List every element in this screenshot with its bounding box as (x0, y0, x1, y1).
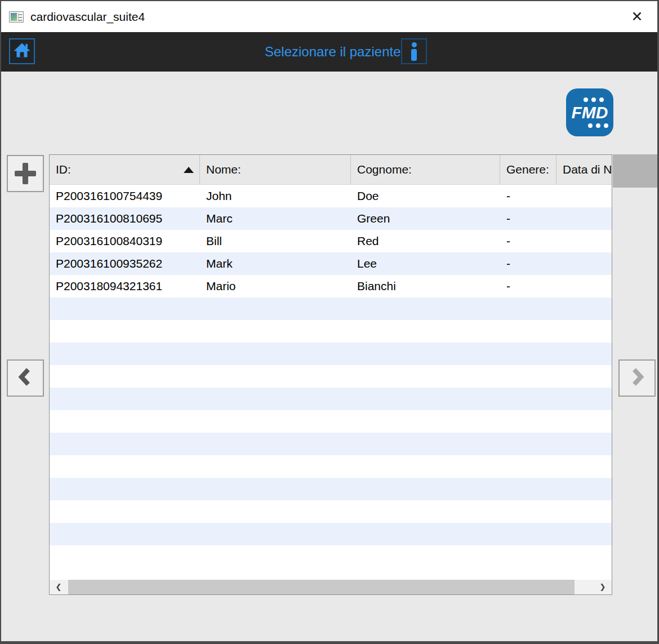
patient-table: ID: Nome: Cognome: Genere: Data di N P20… (49, 154, 612, 595)
cell-genere: - (500, 185, 556, 207)
info-button[interactable] (401, 38, 427, 64)
cell-id: P200316100754439 (50, 185, 200, 207)
table-row-empty (50, 478, 612, 500)
cell-data-nascita (556, 252, 612, 275)
cell-genere: - (500, 275, 556, 297)
column-header-id[interactable]: ID: (50, 155, 200, 184)
cell-cognome: Green (351, 207, 500, 230)
cell-id: P200318094321361 (50, 275, 200, 297)
plus-icon (15, 163, 36, 184)
cell-data-nascita (556, 207, 612, 230)
cell-genere: - (500, 207, 556, 230)
scrollbar-thumb[interactable] (68, 580, 575, 594)
header-overflow-area (613, 154, 658, 188)
table-row[interactable]: P200316100840319 Bill Red - (50, 230, 612, 252)
horizontal-scrollbar[interactable]: ❮ ❯ (50, 580, 612, 594)
table-row-empty (50, 455, 612, 478)
cell-nome: Mark (200, 252, 351, 275)
chevron-right-icon (627, 367, 647, 389)
next-page-button[interactable] (618, 359, 656, 397)
table-row[interactable]: P200318094321361 Mario Bianchi - (50, 275, 612, 297)
sort-ascending-icon (184, 167, 194, 173)
table-row-empty (50, 523, 612, 545)
table-row-empty (50, 388, 612, 410)
table-row-empty (50, 433, 612, 455)
scroll-right-icon[interactable]: ❯ (594, 580, 612, 594)
add-patient-button[interactable] (7, 155, 44, 192)
info-icon (412, 42, 417, 47)
app-icon-picture (11, 13, 17, 21)
app-window: cardiovascular_suite4 ✕ Selezionare il p… (0, 0, 659, 644)
table-row-empty (50, 500, 612, 523)
table-row-empty (50, 365, 612, 388)
table-header: ID: Nome: Cognome: Genere: Data di N (50, 155, 612, 185)
cell-nome: Bill (200, 230, 351, 252)
column-header-genere[interactable]: Genere: (500, 155, 556, 184)
app-icon-strip (18, 13, 22, 21)
column-header-nome[interactable]: Nome: (200, 155, 351, 184)
app-icon (9, 11, 24, 23)
cell-nome: Marc (200, 207, 351, 230)
table-row-empty (50, 545, 612, 568)
column-header-cognome[interactable]: Cognome: (351, 155, 500, 184)
table-row-empty (50, 320, 612, 343)
logo-text: FMD (572, 105, 608, 121)
cell-cognome: Bianchi (351, 275, 500, 297)
cell-data-nascita (556, 230, 612, 252)
cell-id: P200316100840319 (50, 230, 200, 252)
fmd-logo: FMD (566, 88, 613, 136)
table-row-empty (50, 410, 612, 433)
column-header-id-label: ID: (56, 155, 71, 184)
close-icon[interactable]: ✕ (622, 1, 652, 32)
column-header-data-nascita[interactable]: Data di N (556, 155, 612, 184)
cell-cognome: Doe (351, 185, 500, 207)
cell-cognome: Red (351, 230, 500, 252)
nav-bar: Selezionare il paziente (1, 32, 657, 72)
cell-id: P200316100810695 (50, 207, 200, 230)
scroll-left-icon[interactable]: ❮ (50, 580, 68, 594)
previous-page-button[interactable] (7, 359, 44, 397)
table-body: P200316100754439 John Doe - P20031610081… (50, 185, 612, 580)
cell-nome: Mario (200, 275, 351, 297)
logo-dots-bottom (588, 123, 608, 128)
cell-nome: John (200, 185, 351, 207)
title-bar: cardiovascular_suite4 ✕ (1, 1, 657, 32)
cell-data-nascita (556, 275, 612, 297)
window-title: cardiovascular_suite4 (30, 1, 145, 32)
cell-genere: - (500, 252, 556, 275)
logo-dots-top (584, 97, 604, 102)
home-icon (13, 41, 31, 61)
page-title: Selezionare il paziente (265, 32, 401, 72)
cell-data-nascita (556, 185, 612, 207)
table-row[interactable]: P200316100754439 John Doe - (50, 185, 612, 207)
chevron-left-icon (15, 367, 35, 389)
table-row[interactable]: P200316100935262 Mark Lee - (50, 252, 612, 275)
table-row-empty (50, 297, 612, 320)
cell-genere: - (500, 230, 556, 252)
home-button[interactable] (9, 38, 35, 64)
table-row-empty (50, 343, 612, 365)
cell-id: P200316100935262 (50, 252, 200, 275)
cell-cognome: Lee (351, 252, 500, 275)
info-icon-stem (411, 49, 417, 61)
table-row[interactable]: P200316100810695 Marc Green - (50, 207, 612, 230)
